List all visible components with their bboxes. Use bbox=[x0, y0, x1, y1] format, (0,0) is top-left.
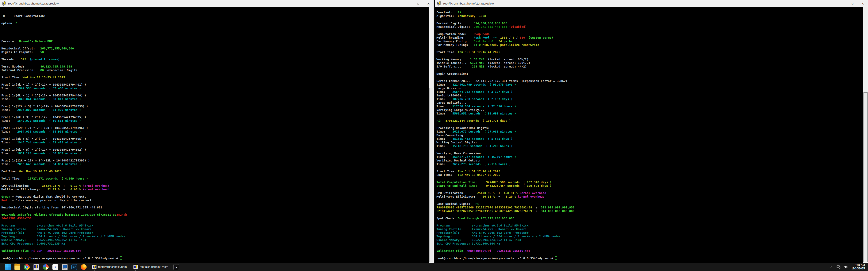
terminal-text: 314,000,000,000,000 bbox=[541, 209, 575, 213]
terminal-text: Hexadecimal Digits bbox=[44, 68, 78, 72]
maximize-button[interactable]: □ bbox=[847, 0, 858, 7]
terminal-text: Multi-core Efficiency: bbox=[1, 188, 48, 191]
terminal-line: 0 Start Computation! bbox=[1, 14, 429, 18]
terminal-line bbox=[436, 123, 863, 126]
terminal-line: Far Memory Config: Disk Raid 0: 34 paths bbox=[436, 39, 863, 43]
terminal-text: 58 bbox=[40, 50, 44, 54]
display-icon[interactable] bbox=[837, 265, 841, 269]
terminal-line: Last Decimal Digits: Pi bbox=[436, 202, 863, 206]
terminal-line: Start Time: Wed Nov 19 13:53:42 2025 bbox=[1, 76, 429, 79]
terminal-text: /mnt/output/Pi - 20251118-055810.txt bbox=[467, 249, 530, 252]
terminal-text: Red bbox=[1, 199, 6, 202]
terminal-line: Tuning Profile: Linux/24-ZN5 ~ Komari =>… bbox=[436, 228, 863, 231]
terminal-line: Frac( 1/(8k + 5) * 2^(-12k + 10430854217… bbox=[1, 137, 429, 141]
paint-icon[interactable] bbox=[43, 264, 49, 270]
terminal-text: 268474.982 seconds ( 3.107 days ) bbox=[452, 90, 513, 94]
terminal-line: End Time: Tue Nov 18 05:57:08 2025 bbox=[436, 173, 863, 177]
terminal-cursor[interactable] bbox=[120, 256, 122, 260]
terminal-text: Computation Mode: bbox=[436, 32, 473, 36]
minimize-button[interactable]: – bbox=[403, 0, 413, 7]
firefox-icon[interactable] bbox=[81, 264, 87, 270]
putty-icon[interactable] bbox=[92, 265, 96, 269]
terminal-line bbox=[1, 43, 429, 47]
left-terminal-screen[interactable]: 0 Start Computation! option: 0 Formula: … bbox=[0, 7, 429, 263]
terminal-line: Green = Requested digits that should be … bbox=[1, 195, 429, 199]
file-explorer-icon[interactable] bbox=[14, 264, 20, 270]
taskbar-window-button[interactable]: root@crunchbox: /hom bbox=[90, 263, 128, 271]
terminal-text: Usable Memory: 1,622,394,724,352 (1.47 T… bbox=[436, 238, 522, 242]
terminal-line: Frac( 1/(12k + 7) * 2^(-12k + 1043085421… bbox=[1, 126, 429, 130]
terminal-text: Frac( 1/(6k + 5) * 2^(-12k + 10430854217… bbox=[1, 148, 86, 151]
close-button[interactable]: × bbox=[858, 0, 868, 7]
terminal-line: Large Multiply... bbox=[436, 101, 863, 105]
terminal-cursor[interactable] bbox=[555, 256, 557, 260]
left-titlebar[interactable]: root@crunchbox: /home/storagereview – □ … bbox=[0, 0, 434, 7]
terminal-line bbox=[436, 115, 863, 119]
terminal-line bbox=[1, 180, 429, 184]
terminal-line bbox=[1, 36, 429, 39]
close-button[interactable]: × bbox=[423, 0, 434, 7]
cmd-icon[interactable] bbox=[174, 264, 179, 270]
terminal-line bbox=[436, 76, 863, 79]
terminal-text: 34 bbox=[498, 39, 502, 43]
terminal-text: / bbox=[514, 36, 520, 39]
terminal-text: 1.20 % bbox=[505, 195, 516, 198]
terminal-text: 5218154442 3122022057 8794933535 4650797… bbox=[436, 209, 532, 213]
taskbar-clock[interactable]: 9:34 AM 11/20/2025 bbox=[851, 264, 865, 270]
terminal-text: 2094.031 seconds ( 34.901 minutes ) bbox=[17, 130, 81, 133]
right-titlebar[interactable]: root@crunchbox: /home/storagereview – □ … bbox=[435, 0, 868, 7]
putty-icon[interactable] bbox=[133, 265, 138, 269]
terminal-line: Formula: Huvent's 8-term BBP bbox=[1, 39, 429, 43]
left-scrollbar[interactable] bbox=[429, 7, 434, 263]
terminal-line: CPU Utilization: 35624.93 % + 0.17 % ker… bbox=[1, 184, 429, 188]
chevron-up-icon[interactable] bbox=[829, 265, 833, 269]
terminal-line: Time: 2093.648 seconds ( 34.894 minutes … bbox=[1, 162, 429, 166]
start-button[interactable] bbox=[5, 264, 11, 270]
taskbar-window-button[interactable]: root@crunchbox: /hom bbox=[132, 263, 170, 271]
maximize-button[interactable]: □ bbox=[413, 0, 423, 7]
terminal-text: Verifying Large Multiply... bbox=[436, 108, 484, 111]
speaker-icon[interactable] bbox=[844, 265, 848, 269]
winscp-icon[interactable] bbox=[62, 264, 68, 270]
terminal-line: Tuning Profile: Linux/24-ZN5 ~ Komari =>… bbox=[1, 228, 429, 231]
terminal-text: 34.0 bbox=[473, 43, 483, 46]
terminal-text: 0.00 % bbox=[70, 188, 81, 191]
chrome-icon[interactable] bbox=[24, 264, 30, 270]
putty-icon[interactable] bbox=[33, 264, 39, 270]
terminal-line: Time: 5561.951 seconds ( 92.699 minutes … bbox=[436, 112, 863, 115]
snipping-tool-icon[interactable] bbox=[53, 264, 58, 270]
terminal-text: Processing Hexadecimal Digits: bbox=[436, 126, 490, 130]
terminal-text: (locked, spread: 93%/2) bbox=[484, 58, 528, 61]
terminal-line bbox=[1, 79, 429, 83]
terminal-text: 7980745896 4955715846 3311517070 9793399… bbox=[436, 206, 532, 209]
terminal-text: Internal Precision: bbox=[1, 68, 40, 72]
desktop: root@crunchbox: /home/storagereview – □ … bbox=[0, 0, 868, 271]
terminal-text: CPU Utilization: bbox=[1, 184, 42, 188]
terminal-text: 458.91 % bbox=[504, 191, 518, 195]
terminal-line: Time: 2094.031 seconds ( 34.901 minutes … bbox=[1, 130, 429, 133]
terminal-line: Pi: 8793223.144 seconds ( 101.773 days ) bbox=[436, 119, 863, 123]
terminal-text: Formula: bbox=[1, 39, 19, 43]
right-scrollbar[interactable] bbox=[863, 7, 868, 263]
terminal-text: Wed Nov 19 18:15:49 2025 bbox=[19, 170, 61, 173]
terminal-text: root@crunchbox:/home/storagereview/y-cru… bbox=[1, 257, 120, 260]
terminal-text: Algorithm: bbox=[436, 14, 458, 18]
right-terminal-screen[interactable]: Constant: PiAlgorithm: Chudnovsky (1988)… bbox=[435, 7, 863, 263]
right-scrollbar-thumb[interactable] bbox=[864, 92, 868, 262]
terminal-text: (Disabled) bbox=[509, 25, 527, 29]
terminal-text: 8793223.144 seconds ( 101.773 days ) bbox=[445, 119, 511, 123]
terminal-text: Last Decimal Digits: bbox=[436, 202, 475, 205]
terminal-text: 313,999,999,999,950 bbox=[541, 206, 575, 209]
terminal-text: 38244b bbox=[116, 213, 127, 216]
left-scrollbar-thumb[interactable] bbox=[429, 88, 433, 262]
terminal-text: 481655.432 seconds ( 5.575 days ) bbox=[452, 137, 513, 140]
lightroom-icon[interactable] bbox=[71, 264, 77, 270]
terminal-text: Large Division... bbox=[436, 87, 467, 90]
terminal-text bbox=[477, 180, 486, 184]
terminal-text: CPU Utilization: bbox=[436, 191, 477, 195]
terminal-text: Time: bbox=[1, 130, 17, 133]
terminal-text: 9274878.580 seconds ( 107.348 days ) bbox=[486, 180, 552, 184]
minimize-button[interactable]: – bbox=[837, 0, 847, 7]
terminal-line: Digits to Compute: 58 bbox=[1, 50, 429, 54]
terminal-text: Multi-Threading: bbox=[436, 36, 473, 39]
